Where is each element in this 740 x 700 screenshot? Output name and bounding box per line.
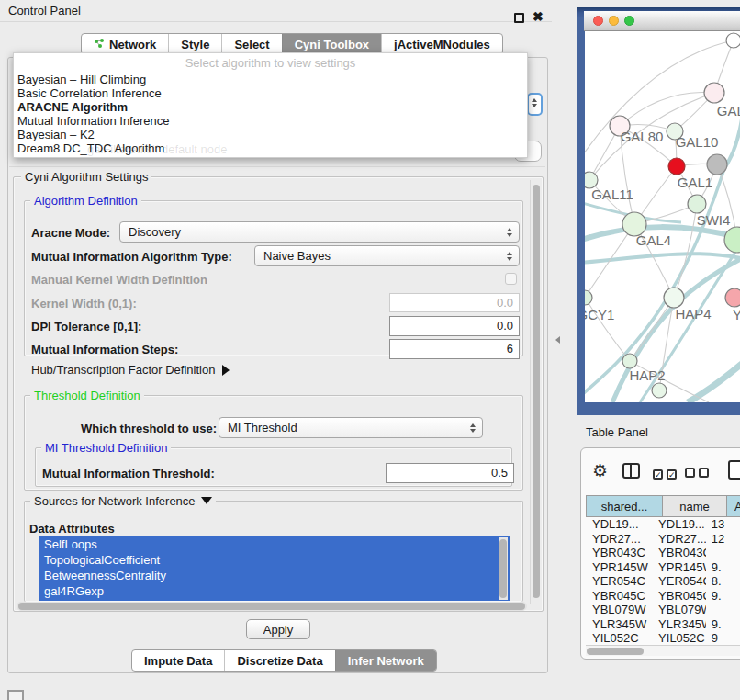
- node-label: SWI4: [697, 212, 731, 228]
- tab-cyni-toolbox[interactable]: Cyni Toolbox: [282, 34, 381, 54]
- hub-definition-expander[interactable]: Hub/Transcription Factor Definition: [31, 363, 230, 377]
- settings-hscrollbar-thumb[interactable]: [18, 603, 525, 610]
- aracne-mode-select[interactable]: Discovery: [119, 221, 520, 243]
- mi-type-select[interactable]: Naive Bayes: [254, 245, 520, 266]
- tab-network[interactable]: Network: [82, 34, 168, 54]
- settings-hscrollbar[interactable]: [17, 602, 527, 611]
- table-row[interactable]: YBL079WYBL079W: [586, 603, 740, 617]
- table-row[interactable]: YBR045CYBR045C9.: [586, 589, 740, 604]
- select-all-icon[interactable]: ✓✓: [653, 467, 677, 480]
- network-node[interactable]: [707, 154, 727, 175]
- mi-steps-field[interactable]: 6: [389, 339, 520, 359]
- manual-kernel-checkbox[interactable]: [505, 273, 517, 285]
- settings-vscrollbar-thumb[interactable]: [533, 185, 540, 598]
- close-panel-icon[interactable]: ✖: [533, 9, 544, 24]
- attribute-item[interactable]: gal4RGexp: [39, 583, 510, 599]
- network-canvas[interactable]: GAL7GAL80GAL10GAL11GAL1SWI4GAL4GCY1HAP4Y…: [585, 31, 740, 402]
- table-row[interactable]: YDL19...YDL19...13: [586, 517, 740, 532]
- network-view-window[interactable]: GAL7GAL80GAL10GAL11GAL1SWI4GAL4GCY1HAP4Y…: [577, 7, 740, 415]
- dpi-tolerance-field[interactable]: 0.0: [389, 316, 520, 336]
- aracne-mode-label: Aracne Mode:: [31, 226, 110, 240]
- attributes-vscrollbar[interactable]: [499, 537, 508, 600]
- tab-infer-network[interactable]: Infer Network: [335, 650, 436, 671]
- algorithm-option[interactable]: Bayesian – Hill Climbing: [14, 73, 527, 86]
- settings-vscrollbar[interactable]: [530, 180, 542, 604]
- sources-title-wrap[interactable]: Sources for Network Inference: [30, 494, 216, 508]
- network-node[interactable]: [704, 83, 724, 103]
- bottom-tabbar: Impute Data Discretize Data Infer Networ…: [131, 649, 437, 672]
- algorithm-option[interactable]: Bayesian – K2: [14, 128, 527, 141]
- node-label: GAL80: [621, 129, 664, 144]
- column-header[interactable]: name: [663, 495, 727, 517]
- manual-kernel-label: Manual Kernel Width Definition: [31, 273, 207, 287]
- table-cell: YPR145W: [586, 560, 651, 575]
- columns-icon[interactable]: [622, 463, 640, 479]
- table-cell: YER054C: [586, 574, 651, 589]
- table-body[interactable]: YDL19...YDL19...13YDR27...YDR27...12YBR0…: [586, 517, 740, 644]
- screen: Control Panel ✖ Network Style Select Cyn…: [0, 0, 740, 700]
- network-node[interactable]: [585, 290, 592, 305]
- focused-combo-fragment[interactable]: [527, 93, 543, 116]
- table-row[interactable]: YDR27...YDR27...12: [586, 532, 740, 547]
- network-node[interactable]: [688, 195, 706, 213]
- network-node[interactable]: [726, 33, 740, 48]
- table-row[interactable]: YBR043CYBR043C: [586, 546, 740, 560]
- network-node[interactable]: [725, 288, 740, 307]
- node-label: GAL7: [717, 103, 740, 119]
- tab-impute-data[interactable]: Impute Data: [132, 650, 224, 671]
- tab-jactivemnodules[interactable]: jActiveMNodules: [381, 34, 502, 54]
- algorithm-option-selected[interactable]: ARACNE Algorithm: [14, 100, 527, 114]
- mi-steps-label: Mutual Information Steps:: [31, 343, 178, 356]
- network-icon: [94, 38, 105, 51]
- algorithm-option[interactable]: Mutual Information Inference: [14, 114, 527, 128]
- zoom-window-icon[interactable]: [624, 16, 634, 26]
- table-row[interactable]: YLR345WYLR345W9.: [586, 617, 740, 632]
- attribute-item[interactable]: SelfLoops: [39, 536, 510, 552]
- network-node[interactable]: [622, 354, 637, 368]
- minimized-window-icon[interactable]: [7, 690, 24, 700]
- table-row[interactable]: YIL052CYIL052C9: [586, 631, 740, 644]
- network-window-titlebar[interactable]: [584, 11, 740, 31]
- network-node[interactable]: [664, 288, 684, 308]
- node-label: GCY1: [585, 307, 614, 322]
- kernel-width-field[interactable]: 0.0: [389, 293, 520, 312]
- table-hscrollbar-thumb[interactable]: [587, 648, 644, 655]
- network-node[interactable]: [724, 227, 740, 253]
- table-cell: YDR27...: [586, 532, 651, 547]
- which-threshold-select[interactable]: MI Threshold: [219, 417, 483, 438]
- network-node[interactable]: [652, 383, 667, 398]
- column-header[interactable]: A: [727, 495, 740, 517]
- data-attributes-list[interactable]: SelfLoops TopologicalCoefficient Between…: [39, 536, 510, 601]
- column-header[interactable]: shared...: [586, 495, 663, 517]
- table-cell: YER054C: [651, 574, 706, 589]
- mi-threshold-field[interactable]: 0.5: [386, 463, 514, 483]
- table-cell: [706, 603, 740, 617]
- attribute-item[interactable]: TopologicalCoefficient: [39, 552, 510, 568]
- table-cell: 9.: [706, 560, 740, 575]
- tab-label: Infer Network: [348, 654, 424, 668]
- network-canvas-svg[interactable]: GAL7GAL80GAL10GAL11GAL1SWI4GAL4GCY1HAP4Y…: [585, 31, 740, 402]
- tab-label: jActiveMNodules: [394, 38, 490, 51]
- tab-style[interactable]: Style: [168, 34, 221, 54]
- tab-select[interactable]: Select: [221, 34, 281, 54]
- divider-collapse-arrow[interactable]: [555, 336, 560, 344]
- aracne-mode-value: Discovery: [120, 225, 507, 239]
- node-label: Y: [733, 307, 740, 322]
- algorithm-option[interactable]: Basic Correlation Inference: [14, 86, 527, 100]
- table-row[interactable]: YPR145WYPR145W9.: [586, 560, 740, 575]
- table-cell: YBL079W: [651, 603, 706, 617]
- network-node[interactable]: [668, 158, 685, 175]
- deselect-all-icon[interactable]: [685, 467, 709, 480]
- attribute-item[interactable]: BetweennessCentrality: [39, 568, 510, 583]
- close-window-icon[interactable]: [593, 16, 603, 26]
- table-row[interactable]: YER054CYER054C8.: [586, 574, 740, 589]
- table-hscrollbar[interactable]: [586, 645, 740, 656]
- minimize-window-icon[interactable]: [609, 16, 619, 26]
- gear-icon[interactable]: ⚙: [592, 462, 608, 480]
- new-table-icon[interactable]: [728, 460, 740, 480]
- float-window-icon[interactable]: [514, 13, 524, 23]
- apply-button[interactable]: Apply: [246, 619, 310, 639]
- algorithm-dropdown-popup: Select algorithm to view settings Bayesi…: [13, 52, 528, 158]
- attributes-vscrollbar-thumb[interactable]: [499, 539, 507, 598]
- tab-discretize-data[interactable]: Discretize Data: [224, 650, 334, 671]
